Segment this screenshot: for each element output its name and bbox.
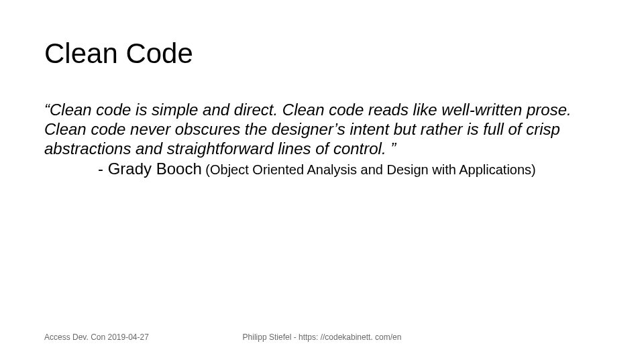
attribution-name: Grady Booch [108,160,202,178]
slide-title: Clean Code [44,38,193,70]
quote-text: “Clean code is simple and direct. Clean … [44,101,601,158]
footer-center: Philipp Stiefel - https: //codekabinett.… [0,333,644,342]
attribution-prefix: - [98,160,108,178]
quote-attribution: - Grady Booch (Object Oriented Analysis … [44,160,601,179]
slide: Clean Code “Clean code is simple and dir… [0,0,644,362]
slide-body: “Clean code is simple and direct. Clean … [44,101,601,179]
attribution-source: (Object Oriented Analysis and Design wit… [202,162,536,177]
